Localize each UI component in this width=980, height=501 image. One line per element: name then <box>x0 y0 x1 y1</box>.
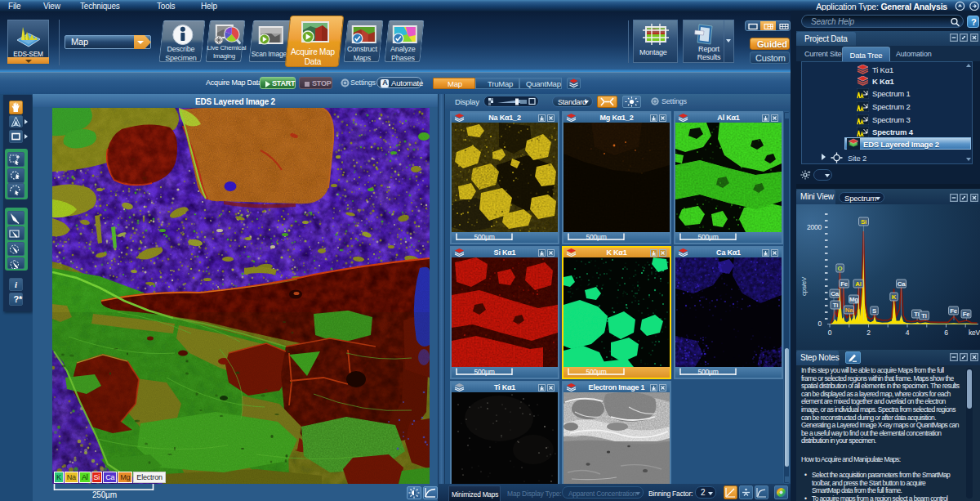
svg-text:2: 2 <box>866 329 871 337</box>
svg-text:S: S <box>872 307 876 315</box>
svg-text:6: 6 <box>944 329 948 337</box>
svg-text:Na: Na <box>845 306 853 314</box>
svg-text:Ca: Ca <box>898 280 906 288</box>
svg-text:keV: keV <box>969 329 980 337</box>
svg-text:Ti: Ti <box>914 311 919 318</box>
svg-text:Ti: Ti <box>833 302 838 309</box>
svg-text:2000: 2000 <box>807 223 822 231</box>
svg-text:Ca: Ca <box>831 290 839 297</box>
svg-text:0: 0 <box>817 320 822 328</box>
svg-text:4: 4 <box>906 329 910 337</box>
svg-text:Fe: Fe <box>840 280 849 288</box>
svg-text:Ti: Ti <box>921 312 926 320</box>
svg-text:O: O <box>838 265 843 272</box>
svg-text:Mg: Mg <box>849 296 858 303</box>
svg-text:K: K <box>892 293 897 301</box>
svg-text:cps/eV: cps/eV <box>800 276 808 296</box>
svg-text:Al: Al <box>855 280 861 288</box>
svg-text:0: 0 <box>828 329 832 337</box>
svg-text:Fe: Fe <box>950 307 958 315</box>
svg-text:Si: Si <box>861 218 866 226</box>
svg-text:Fe: Fe <box>963 311 971 318</box>
